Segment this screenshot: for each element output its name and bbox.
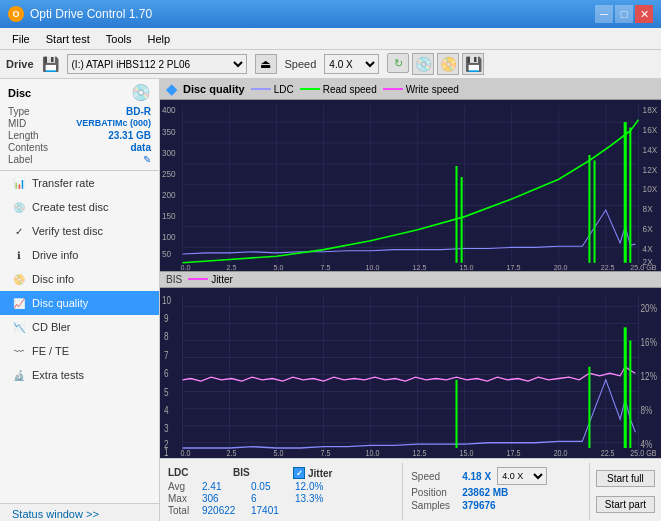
svg-text:6: 6 [164, 367, 169, 379]
svg-text:25.0 GB: 25.0 GB [630, 448, 657, 458]
svg-text:17.5: 17.5 [507, 263, 521, 270]
disc-icon: 💿 [131, 83, 151, 102]
speed-stat-label: Speed [411, 471, 456, 482]
disc-icon-button[interactable]: 💿 [412, 53, 434, 75]
svg-text:5.0: 5.0 [273, 263, 283, 270]
extra-tests-label: Extra tests [32, 369, 84, 381]
sidebar-item-transfer-rate[interactable]: 📊 Transfer rate [0, 171, 159, 195]
svg-text:8%: 8% [641, 403, 653, 415]
speed-select-bar[interactable]: 4.0 X [324, 54, 379, 74]
sidebar-item-verify-test-disc[interactable]: ✓ Verify test disc [0, 219, 159, 243]
svg-text:2.5: 2.5 [226, 263, 236, 270]
disc-quality-label: Disc quality [32, 297, 88, 309]
fe-te-icon: 〰 [12, 344, 26, 358]
disc-info-label: Disc info [32, 273, 74, 285]
bis-avg: 0.05 [251, 481, 291, 492]
menu-help[interactable]: Help [139, 31, 178, 47]
sidebar-item-cd-bler[interactable]: 📉 CD Bler [0, 315, 159, 339]
ldc-color [251, 88, 271, 90]
avg-label: Avg [168, 481, 198, 492]
sidebar-item-disc-quality[interactable]: 📈 Disc quality [0, 291, 159, 315]
type-label: Type [8, 106, 30, 117]
write-color [383, 88, 403, 90]
svg-text:50: 50 [162, 249, 171, 259]
menu-bar: File Start test Tools Help [0, 28, 661, 50]
bis-max: 6 [251, 493, 291, 504]
bis-total: 17401 [251, 505, 291, 516]
svg-text:8X: 8X [643, 204, 653, 214]
position-value: 23862 MB [462, 487, 508, 498]
drive-select[interactable]: (I:) ATAPI iHBS112 2 PL06 [67, 54, 247, 74]
svg-text:12.5: 12.5 [413, 448, 427, 458]
speed-stat-select[interactable]: 4.0 X [497, 467, 547, 485]
bis-header: BIS [233, 467, 273, 479]
refresh-button[interactable]: ↻ [387, 53, 409, 73]
status-window-button[interactable]: Status window >> [0, 503, 159, 521]
svg-text:15.0: 15.0 [460, 448, 474, 458]
svg-text:7: 7 [164, 348, 169, 360]
drive-info-label: Drive info [32, 249, 78, 261]
read-legend: Read speed [300, 84, 377, 95]
start-part-button[interactable]: Start part [596, 496, 655, 513]
disc-label-edit-icon[interactable]: ✎ [143, 154, 151, 165]
menu-start-test[interactable]: Start test [38, 31, 98, 47]
right-panel: ◆ Disc quality LDC Read speed Write spee… [160, 79, 661, 521]
svg-text:7.5: 7.5 [321, 263, 331, 270]
speed-icons: ↻ 💿 📀 💾 [387, 53, 484, 75]
svg-text:250: 250 [162, 169, 176, 179]
svg-rect-0 [160, 100, 661, 271]
close-button[interactable]: ✕ [635, 5, 653, 23]
create-disc-label: Create test disc [32, 201, 108, 213]
ldc-avg: 2.41 [202, 481, 247, 492]
ldc-label: LDC [274, 84, 294, 95]
menu-tools[interactable]: Tools [98, 31, 140, 47]
minimize-button[interactable]: ─ [595, 5, 613, 23]
cd-bler-label: CD Bler [32, 321, 71, 333]
bottom-chart-svg: 10 9 8 7 6 5 4 3 2 1 20% 16% 12% 8% 4% [160, 288, 661, 459]
charts-wrapper: 400 350 300 250 200 150 100 50 18X 16X 1… [160, 100, 661, 458]
jitter-checkbox[interactable]: ✓ [293, 467, 305, 479]
write-label: Write speed [406, 84, 459, 95]
ldc-max: 306 [202, 493, 247, 504]
verify-disc-label: Verify test disc [32, 225, 103, 237]
sidebar-item-drive-info[interactable]: ℹ Drive info [0, 243, 159, 267]
svg-text:10X: 10X [643, 184, 658, 194]
chart-header: ◆ Disc quality LDC Read speed Write spee… [160, 79, 661, 100]
transfer-rate-label: Transfer rate [32, 177, 95, 189]
stats-row: LDC BIS ✓ Jitter Avg 2.41 0.05 12.0% Max… [160, 458, 661, 521]
disc-info-icon: 📀 [12, 272, 26, 286]
sidebar-item-fe-te[interactable]: 〰 FE / TE [0, 339, 159, 363]
drive-info-icon: ℹ [12, 248, 26, 262]
svg-text:10.0: 10.0 [366, 263, 380, 270]
svg-text:0.0: 0.0 [180, 263, 190, 270]
jitter-color [188, 278, 208, 280]
svg-text:20.0: 20.0 [554, 448, 568, 458]
disc-panel: Disc 💿 Type BD-R MID VERBATIMc (000) Len… [0, 79, 159, 171]
eject-button[interactable]: ⏏ [255, 54, 277, 74]
svg-text:12%: 12% [641, 369, 658, 381]
mid-label: MID [8, 118, 26, 129]
svg-text:2.5: 2.5 [226, 448, 236, 458]
sidebar-item-create-test-disc[interactable]: 💿 Create test disc [0, 195, 159, 219]
start-full-button[interactable]: Start full [596, 470, 655, 487]
position-label: Position [411, 487, 456, 498]
svg-text:4: 4 [164, 403, 169, 415]
top-chart: 400 350 300 250 200 150 100 50 18X 16X 1… [160, 100, 661, 271]
chart-icon: ◆ [166, 81, 177, 97]
length-value: 23.31 GB [108, 130, 151, 141]
sidebar-item-disc-info[interactable]: 📀 Disc info [0, 267, 159, 291]
maximize-button[interactable]: □ [615, 5, 633, 23]
sidebar-item-extra-tests[interactable]: 🔬 Extra tests [0, 363, 159, 387]
ldc-bis-stats: LDC BIS ✓ Jitter Avg 2.41 0.05 12.0% Max… [160, 463, 403, 520]
rw-button[interactable]: 📀 [437, 53, 459, 75]
speed-position-stats: Speed 4.18 X 4.0 X Position 23862 MB Sam… [403, 463, 590, 520]
svg-text:4X: 4X [643, 244, 653, 254]
sidebar: Disc 💿 Type BD-R MID VERBATIMc (000) Len… [0, 79, 160, 521]
main-layout: Disc 💿 Type BD-R MID VERBATIMc (000) Len… [0, 79, 661, 521]
menu-file[interactable]: File [4, 31, 38, 47]
svg-text:0.0: 0.0 [180, 448, 190, 458]
svg-text:18X: 18X [643, 105, 658, 115]
svg-text:200: 200 [162, 190, 176, 200]
save-button[interactable]: 💾 [462, 53, 484, 75]
bis-label: BIS [166, 274, 182, 285]
